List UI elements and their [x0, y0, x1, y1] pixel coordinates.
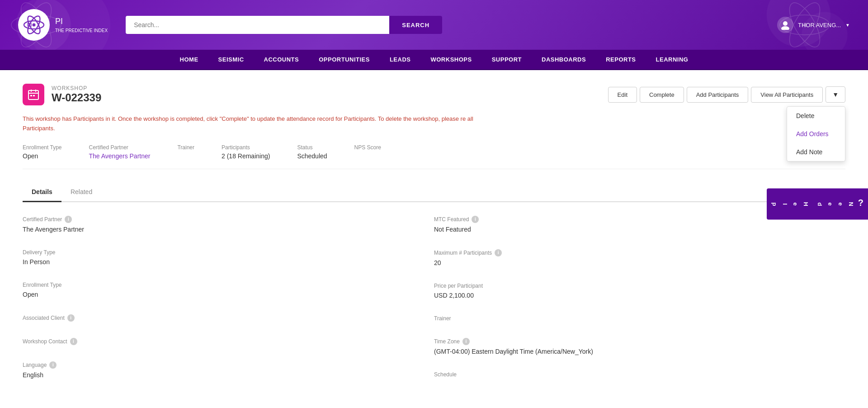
detail-max-participants-value: 20 — [434, 259, 845, 266]
dropdown-add-note[interactable]: Add Note — [787, 143, 845, 161]
tabs: Details Related — [23, 183, 845, 202]
nav-reports[interactable]: REPORTS — [596, 50, 646, 69]
detail-price-value: USD 2,100.00 — [434, 292, 845, 299]
svg-point-13 — [783, 21, 788, 26]
need-help-text6: e — [792, 202, 799, 205]
detail-trainer: Trainer — [434, 315, 845, 322]
certified-partner-label: Certified Partner — [89, 144, 151, 151]
avatar — [777, 17, 793, 33]
workshop-contact-info-icon[interactable]: i — [70, 338, 77, 345]
detail-schedule: Schedule — [434, 371, 845, 378]
info-certified-partner: Certified Partner The Avengers Partner — [89, 144, 151, 160]
need-help-text5: H — [802, 202, 809, 206]
participants-value: 2 (18 Remaining) — [222, 152, 270, 160]
detail-certified-partner: Certified Partner i The Avengers Partner — [23, 216, 434, 233]
detail-language-value: English — [23, 371, 434, 379]
tab-related[interactable]: Related — [61, 183, 101, 202]
time-zone-info-icon[interactable]: i — [462, 338, 470, 345]
participants-label: Participants — [222, 144, 270, 151]
detail-delivery-type: Delivery Type In Person — [23, 249, 434, 266]
logo-circle: PI — [18, 9, 50, 41]
details-right: MTC Featured i Not Featured Maximum # Pa… — [434, 216, 845, 395]
more-actions-button[interactable]: ▼ — [826, 86, 845, 103]
mtc-featured-info-icon[interactable]: i — [472, 216, 479, 223]
detail-enrollment-type-value: Open — [23, 291, 434, 298]
svg-rect-20 — [33, 95, 35, 96]
detail-associated-client-label: Associated Client i — [23, 314, 434, 322]
edit-button[interactable]: Edit — [608, 87, 637, 103]
add-participants-button[interactable]: Add Participants — [687, 87, 749, 103]
certified-partner-value[interactable]: The Avengers Partner — [89, 152, 151, 160]
detail-workshop-contact: Workshop Contact i — [23, 338, 434, 345]
nav-learning[interactable]: LEARNING — [646, 50, 698, 69]
dropdown-delete[interactable]: Delete — [787, 107, 845, 125]
detail-max-participants: Maximum # Participants i 20 — [434, 249, 845, 266]
nav-accounts[interactable]: ACCOUNTS — [254, 50, 309, 69]
user-area[interactable]: THOR AVENG... ▼ — [777, 17, 850, 33]
detail-delivery-type-label: Delivery Type — [23, 249, 434, 256]
complete-button[interactable]: Complete — [640, 87, 684, 103]
need-help-text3: e — [827, 202, 834, 205]
header: PI PI THE PREDICTIVE INDEX SEARCH THOR A… — [0, 0, 868, 50]
detail-time-zone-label: Time Zone i — [434, 338, 845, 345]
svg-text:PI: PI — [27, 22, 32, 28]
workshop-header: WORKSHOP W-022339 Edit Complete Add Part… — [23, 84, 845, 105]
search-input[interactable] — [126, 16, 389, 34]
nav-home[interactable]: HOME — [170, 50, 208, 69]
nav-support[interactable]: SUPPORT — [482, 50, 532, 69]
associated-client-info-icon[interactable]: i — [67, 314, 75, 322]
action-buttons: Edit Complete Add Participants View All … — [608, 86, 845, 103]
search-button[interactable]: SEARCH — [389, 16, 442, 34]
info-status: Status Scheduled — [297, 144, 327, 160]
max-participants-info-icon[interactable]: i — [495, 249, 502, 256]
detail-enrollment-type-label: Enrollment Type — [23, 282, 434, 288]
need-help-text: N — [848, 202, 854, 206]
workshop-id: W-022339 — [52, 91, 101, 104]
logo[interactable]: PI PI THE PREDICTIVE INDEX — [18, 9, 108, 41]
certified-partner-info-icon[interactable]: i — [65, 216, 72, 223]
dropdown-add-orders[interactable]: Add Orders — [787, 125, 845, 143]
need-help-text2: e — [837, 202, 844, 205]
svg-point-11 — [33, 24, 36, 27]
detail-certified-partner-label: Certified Partner i — [23, 216, 434, 223]
dropdown-menu: Delete Add Orders Add Note — [787, 106, 845, 161]
enrollment-type-label: Enrollment Type — [23, 144, 62, 151]
detail-mtc-featured-value: Not Featured — [434, 226, 845, 233]
detail-trainer-label: Trainer — [434, 315, 845, 322]
search-area: SEARCH — [126, 16, 442, 34]
section-label: WORKSHOP — [52, 85, 101, 91]
language-info-icon[interactable]: i — [49, 361, 57, 369]
logo-text: PI THE PREDICTIVE INDEX — [55, 16, 108, 33]
nps-score-label: NPS Score — [354, 144, 381, 151]
info-trainer: Trainer — [177, 144, 194, 160]
detail-language-label: Language i — [23, 361, 434, 369]
warning-message: This workshop has Participants in it. On… — [23, 114, 497, 133]
nav-opportunities[interactable]: OPPORTUNITIES — [309, 50, 380, 69]
detail-associated-client: Associated Client i — [23, 314, 434, 322]
detail-enrollment-type: Enrollment Type Open — [23, 282, 434, 298]
detail-schedule-label: Schedule — [434, 371, 845, 378]
main-nav: HOME SEISMIC ACCOUNTS OPPORTUNITIES LEAD… — [0, 50, 868, 70]
trainer-label: Trainer — [177, 144, 194, 151]
nav-seismic[interactable]: SEISMIC — [208, 50, 254, 69]
user-icon — [780, 20, 790, 30]
nav-workshops[interactable]: WORKSHOPS — [420, 50, 481, 69]
workshop-icon — [23, 84, 44, 105]
need-help-tab[interactable]: ? N e e d H e l p — [767, 189, 868, 220]
view-all-participants-button[interactable]: View All Participants — [751, 87, 823, 103]
nav-leads[interactable]: LEADS — [380, 50, 421, 69]
details-left: Certified Partner i The Avengers Partner… — [23, 216, 434, 395]
nav-dashboards[interactable]: DASHBOARDS — [532, 50, 596, 69]
main-content: WORKSHOP W-022339 Edit Complete Add Part… — [0, 70, 868, 408]
detail-price-per-participant: Price per Participant USD 2,100.00 — [434, 283, 845, 299]
detail-workshop-contact-label: Workshop Contact i — [23, 338, 434, 345]
detail-price-label: Price per Participant — [434, 283, 845, 289]
tab-details[interactable]: Details — [23, 183, 61, 202]
logo-subtext: THE PREDICTIVE INDEX — [55, 28, 108, 34]
detail-certified-partner-value: The Avengers Partner — [23, 226, 434, 233]
calendar-icon — [28, 89, 39, 100]
info-participants: Participants 2 (18 Remaining) — [222, 144, 270, 160]
status-value: Scheduled — [297, 152, 327, 160]
detail-time-zone: Time Zone i (GMT-04:00) Eastern Daylight… — [434, 338, 845, 355]
info-row: Enrollment Type Open Certified Partner T… — [23, 144, 845, 169]
